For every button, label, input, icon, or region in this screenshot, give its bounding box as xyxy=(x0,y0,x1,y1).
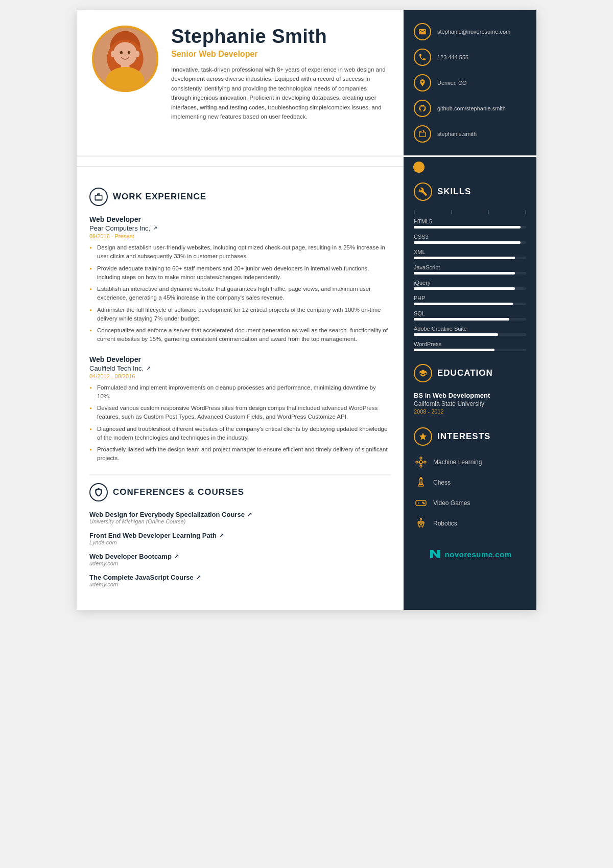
skill-item-7: Adobe Creative Suite xyxy=(414,326,526,336)
interests-section-header: INTERESTS xyxy=(414,427,526,446)
divider-row xyxy=(77,157,536,167)
skill-bar-bg xyxy=(414,349,526,351)
github-icon xyxy=(414,100,431,117)
games-icon xyxy=(414,496,428,510)
interest-robotics: Robotics xyxy=(414,516,526,531)
skill-bar xyxy=(414,241,521,244)
interest-chess: Chess xyxy=(414,475,526,490)
course-title-4: The Complete JavaScript Course ↗ xyxy=(89,574,391,581)
ml-icon xyxy=(414,455,428,469)
interests-title: INTERESTS xyxy=(437,431,490,442)
skill-bar-bg xyxy=(414,241,526,244)
interest-games: Video Games xyxy=(414,496,526,510)
email-icon xyxy=(414,23,431,40)
skill-bar-bg xyxy=(414,333,526,336)
job-bullet: Conceptualize and enforce a server that … xyxy=(89,326,391,344)
job-company-2: Caulfield Tech Inc. ↗ xyxy=(89,364,391,372)
skill-label: jQuery xyxy=(414,280,526,286)
course-title-3: Web Developer Bootcamp ↗ xyxy=(89,553,391,560)
course-source-4: udemy.com xyxy=(89,581,391,587)
external-link-icon: ↗ xyxy=(247,511,252,518)
job-date-2: 04/2012 - 08/2016 xyxy=(89,373,391,379)
external-link-icon-2: ↗ xyxy=(146,365,151,372)
avatar xyxy=(92,26,158,92)
skill-bar-bg xyxy=(414,226,526,229)
header-section: Stephanie Smith Senior Web Developer Inn… xyxy=(77,10,536,157)
external-link-icon-1: ↗ xyxy=(153,225,157,232)
skill-bar-bg xyxy=(414,257,526,259)
skill-bar xyxy=(414,226,521,229)
svg-point-13 xyxy=(416,461,418,463)
header-info: Stephanie Smith Senior Web Developer Inn… xyxy=(171,26,393,121)
skill-scale xyxy=(414,210,526,214)
job-bullets-1: Design and establish user-friendly websi… xyxy=(89,243,391,344)
logo-area: novoresume.com xyxy=(414,537,526,566)
svg-point-10 xyxy=(419,461,422,464)
scale-tick xyxy=(488,210,489,214)
interest-chess-label: Chess xyxy=(433,479,451,486)
contact-sidebar: stephanie@novoresume.com 123 444 555 Den… xyxy=(404,10,536,155)
skill-bar xyxy=(414,349,494,351)
left-column: WORK EXPERIENCE Web Developer Pear Compu… xyxy=(77,167,404,610)
edu-date: 2008 - 2012 xyxy=(414,408,526,415)
job-bullet: Establish an interactive and dynamic web… xyxy=(89,285,391,303)
job-bullet: Proactively liaised with the design team… xyxy=(89,445,391,463)
job-title-2: Web Developer xyxy=(89,355,391,363)
interests-icon xyxy=(414,427,432,446)
interest-robotics-label: Robotics xyxy=(433,520,457,527)
skill-label: WordPress xyxy=(414,341,526,347)
certificate-icon xyxy=(89,483,108,501)
skill-label: HTML5 xyxy=(414,218,526,224)
location-icon xyxy=(414,74,431,92)
external-link-icon: ↗ xyxy=(219,532,224,539)
candidate-bio: Innovative, task-driven professional wit… xyxy=(171,65,386,121)
svg-point-6 xyxy=(120,51,123,54)
skill-bar xyxy=(414,287,515,290)
skill-bar-bg xyxy=(414,318,526,321)
skill-bar xyxy=(414,303,513,305)
education-title: EDUCATION xyxy=(437,368,493,378)
divider-left xyxy=(77,157,404,167)
skill-item-1: CSS3 xyxy=(414,234,526,244)
course-item-1: Web Design for Everybody Specialization … xyxy=(89,511,391,524)
robotics-icon xyxy=(414,516,428,531)
contact-phone: 123 444 555 xyxy=(414,49,526,66)
edu-school: California State University xyxy=(414,400,526,407)
job-bullet: Diagnosed and troubleshoot different web… xyxy=(89,425,391,443)
svg-point-14 xyxy=(424,461,426,463)
skill-label: CSS3 xyxy=(414,234,526,240)
svg-point-8 xyxy=(111,51,115,57)
github-value: github.com/stephanie.smith xyxy=(437,105,506,111)
job-company-1: Pear Computers Inc. ↗ xyxy=(89,224,391,232)
svg-point-9 xyxy=(135,51,139,57)
work-experience-header: WORK EXPERIENCE xyxy=(89,188,391,206)
skills-list: HTML5 CSS3 XML JavaScript jQuery PHP SQL xyxy=(414,218,526,351)
contact-github: github.com/stephanie.smith xyxy=(414,100,526,117)
skill-bar-bg xyxy=(414,303,526,305)
skill-bar xyxy=(414,257,515,259)
job-title-1: Web Developer xyxy=(89,215,391,223)
svg-point-12 xyxy=(420,465,422,467)
novoresume-logo-icon xyxy=(428,547,442,561)
skill-item-6: SQL xyxy=(414,310,526,321)
skill-item-5: PHP xyxy=(414,295,526,305)
svg-point-7 xyxy=(128,51,131,54)
resume-container: Stephanie Smith Senior Web Developer Inn… xyxy=(77,10,536,610)
email-value: stephanie@novoresume.com xyxy=(437,29,510,35)
skill-bar xyxy=(414,272,515,275)
svg-point-29 xyxy=(421,522,422,523)
svg-point-32 xyxy=(420,519,422,520)
course-item-2: Front End Web Developer Learning Path ↗ … xyxy=(89,532,391,545)
external-link-icon: ↗ xyxy=(174,553,179,560)
skill-label: PHP xyxy=(414,295,526,301)
skill-bar xyxy=(414,333,498,336)
course-source-2: Lynda.com xyxy=(89,539,391,545)
job-bullets-2: Formulated and implement improvements on… xyxy=(89,383,391,463)
contact-location: Denver, CO xyxy=(414,74,526,92)
job-bullet: Design and establish user-friendly websi… xyxy=(89,243,391,261)
scale-tick xyxy=(451,210,452,214)
course-source-1: University of Michigan (Online Course) xyxy=(89,518,391,524)
skill-item-3: JavaScript xyxy=(414,264,526,275)
education-icon xyxy=(414,364,432,382)
contact-portfolio: stephanie.smith xyxy=(414,125,526,143)
